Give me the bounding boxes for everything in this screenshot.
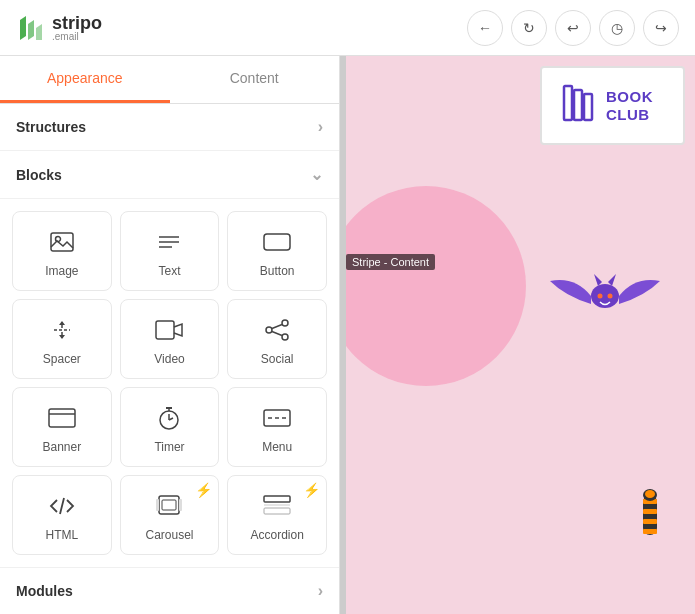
svg-marker-1 (28, 20, 34, 40)
accordion-badge: ⚡ (303, 482, 320, 498)
svg-marker-12 (59, 321, 65, 325)
svg-rect-51 (643, 529, 657, 534)
svg-rect-14 (156, 321, 174, 339)
text-icon (155, 228, 183, 256)
html-icon (48, 492, 76, 520)
timer-label: Timer (154, 440, 184, 454)
bat-decoration (545, 246, 665, 340)
svg-rect-34 (179, 499, 182, 511)
undo-button[interactable]: ↩ (555, 10, 591, 46)
logo-icon (16, 12, 48, 44)
image-icon (48, 228, 76, 256)
svg-line-18 (272, 325, 282, 329)
back-button[interactable]: ← (467, 10, 503, 46)
button-label: Button (260, 264, 295, 278)
tabs: Appearance Content (0, 56, 339, 104)
svg-rect-40 (574, 90, 582, 120)
svg-rect-35 (162, 500, 176, 510)
social-icon (263, 316, 291, 344)
sidebar: Appearance Content Structures › Blocks ⌄… (0, 56, 340, 614)
app-header: stripo .email ← ↻ ↩ ◷ ↪ (0, 0, 695, 56)
block-html[interactable]: HTML (12, 475, 112, 555)
structures-label: Structures (16, 119, 86, 135)
image-label: Image (45, 264, 78, 278)
illustration-area (346, 166, 695, 614)
menu-icon (263, 404, 291, 432)
video-icon (155, 316, 183, 344)
block-carousel[interactable]: ⚡ Carousel (120, 475, 220, 555)
book-club-block[interactable]: BOOK CLUB (540, 66, 685, 145)
block-image[interactable]: Image (12, 211, 112, 291)
tab-content[interactable]: Content (170, 56, 340, 103)
logo: stripo .email (16, 12, 102, 44)
logo-email-label: .email (52, 32, 102, 42)
modules-chevron-icon: › (318, 582, 323, 600)
block-text[interactable]: Text (120, 211, 220, 291)
modules-section[interactable]: Modules › (0, 567, 339, 614)
block-banner[interactable]: Banner (12, 387, 112, 467)
svg-rect-41 (584, 94, 592, 120)
blocks-section[interactable]: Blocks ⌄ (0, 151, 339, 199)
svg-point-45 (598, 294, 603, 299)
book-club-text: BOOK CLUB (606, 88, 653, 124)
bat-svg (545, 246, 665, 336)
structures-chevron-icon: › (318, 118, 323, 136)
block-accordion[interactable]: ⚡ Accordion (227, 475, 327, 555)
block-timer[interactable]: Timer (120, 387, 220, 467)
refresh-button[interactable]: ↻ (511, 10, 547, 46)
svg-marker-2 (36, 24, 42, 40)
spacer-icon (48, 316, 76, 344)
svg-rect-3 (51, 233, 73, 251)
structures-section[interactable]: Structures › (0, 104, 339, 151)
social-label: Social (261, 352, 294, 366)
main-layout: Appearance Content Structures › Blocks ⌄… (0, 56, 695, 614)
email-preview: BOOK CLUB (346, 56, 695, 614)
header-actions: ← ↻ ↩ ◷ ↪ (467, 10, 679, 46)
svg-rect-49 (643, 509, 657, 514)
svg-marker-13 (59, 335, 65, 339)
banner-label: Banner (42, 440, 81, 454)
carousel-icon (155, 492, 183, 520)
svg-point-17 (282, 334, 288, 340)
modules-label: Modules (16, 583, 73, 599)
history-button[interactable]: ◷ (599, 10, 635, 46)
svg-point-53 (645, 490, 655, 498)
menu-label: Menu (262, 440, 292, 454)
block-button[interactable]: Button (227, 211, 327, 291)
svg-line-31 (60, 498, 64, 514)
blocks-chevron-icon: ⌄ (310, 165, 323, 184)
content-area: Stripe - Content BOOK CLUB (346, 56, 695, 614)
redo-button[interactable]: ↪ (643, 10, 679, 46)
text-label: Text (158, 264, 180, 278)
html-label: HTML (45, 528, 78, 542)
candy-decoration (625, 485, 675, 554)
block-menu[interactable]: Menu (227, 387, 327, 467)
svg-point-15 (282, 320, 288, 326)
svg-line-19 (272, 332, 282, 336)
svg-marker-43 (594, 274, 602, 286)
svg-marker-0 (20, 16, 26, 40)
block-spacer[interactable]: Spacer (12, 299, 112, 379)
svg-point-16 (266, 327, 272, 333)
tab-appearance[interactable]: Appearance (0, 56, 170, 103)
svg-rect-20 (49, 409, 75, 427)
svg-rect-36 (264, 496, 290, 502)
svg-rect-8 (264, 234, 290, 250)
candy-svg (625, 485, 675, 550)
carousel-badge: ⚡ (195, 482, 212, 498)
block-video[interactable]: Video (120, 299, 220, 379)
svg-marker-44 (608, 274, 616, 286)
blocks-label: Blocks (16, 167, 62, 183)
spacer-label: Spacer (43, 352, 81, 366)
block-social[interactable]: Social (227, 299, 327, 379)
blocks-grid: Image Text Button (12, 211, 327, 555)
video-label: Video (154, 352, 184, 366)
svg-rect-33 (156, 499, 159, 511)
banner-icon (48, 404, 76, 432)
accordion-icon (263, 492, 291, 520)
logo-text: stripo .email (52, 14, 102, 42)
timer-icon (155, 404, 183, 432)
logo-stripo-label: stripo (52, 14, 102, 32)
svg-rect-50 (643, 519, 657, 524)
svg-rect-38 (264, 508, 290, 514)
